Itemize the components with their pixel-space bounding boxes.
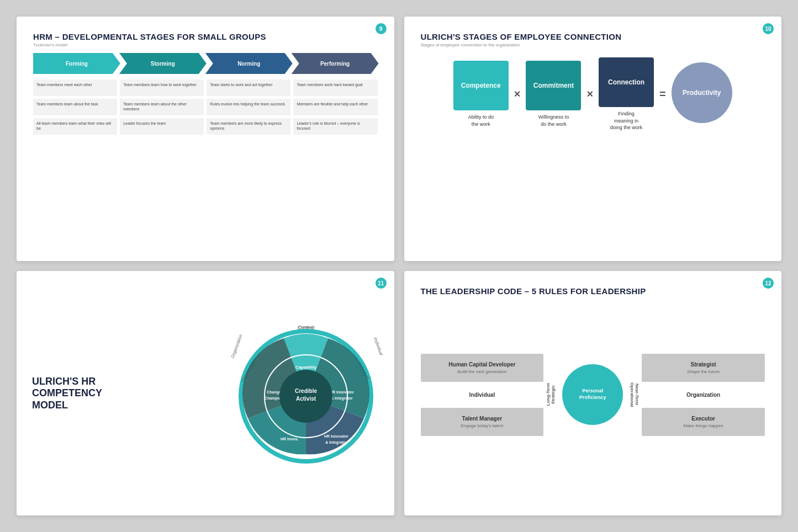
productivity-box: Productivity bbox=[672, 62, 732, 123]
competency-title: ULRICH'S HRCOMPETENCYMODEL bbox=[32, 375, 102, 411]
col-performing: Team members work hard toward goal Membe… bbox=[293, 79, 377, 135]
cell-s1: Team members learn how to work together bbox=[120, 79, 204, 96]
human-capital-label: Human Capital Developer bbox=[427, 361, 537, 368]
talent-manager-box: Talent Manager Engage today's talent bbox=[421, 408, 544, 436]
commitment-label: Willingness todo the work bbox=[538, 114, 569, 127]
svg-text:HR Innovator: HR Innovator bbox=[330, 390, 354, 394]
svg-text:HR Innov.: HR Innov. bbox=[280, 437, 298, 441]
slide-1-title: HRM – DEVELOPMENTAL STAGES FOR SMALL GRO… bbox=[33, 32, 378, 41]
cell-f3: All team members learn what their roles … bbox=[33, 118, 117, 135]
cell-p1: Team members work hard toward goal bbox=[293, 79, 377, 96]
cell-n3: Team members are more likely to express … bbox=[207, 118, 290, 135]
human-capital-sub: Build the next generation bbox=[427, 369, 537, 374]
slide-3-number: 11 bbox=[376, 278, 387, 289]
cell-n2: Rules evolve into helping the team succe… bbox=[207, 99, 290, 115]
talent-manager-sub: Engage today's talent bbox=[427, 423, 537, 428]
connection-box: Connection bbox=[599, 57, 654, 107]
competency-title-block: ULRICH'S HRCOMPETENCYMODEL bbox=[32, 375, 102, 411]
competency-diagram: Context Organization Individual Capabili… bbox=[234, 322, 378, 465]
slide-1: 9 HRM – DEVELOPMENTAL STAGES FOR SMALL G… bbox=[17, 17, 394, 261]
cell-s2: Team members learn about the other membe… bbox=[120, 99, 204, 115]
slide-2-number: 10 bbox=[763, 23, 774, 34]
op-1: × bbox=[514, 88, 521, 100]
stage-norming: Norming bbox=[205, 53, 293, 74]
stage-forming: Forming bbox=[33, 53, 120, 74]
slide-4: 12 THE LEADERSHIP CODE – 5 RULES FOR LEA… bbox=[404, 271, 782, 515]
slide-4-title: THE LEADERSHIP CODE – 5 RULES FOR LEADER… bbox=[421, 286, 765, 296]
right-column: Strategist Shape the future Organization… bbox=[642, 354, 765, 436]
organization-label-text: Organization bbox=[648, 392, 758, 398]
ulrich-equation: Competence Ability to dothe work × Commi… bbox=[421, 57, 765, 131]
competence-label: Ability to dothe work bbox=[468, 114, 494, 127]
slide-1-subtitle: Tuckman's model bbox=[33, 42, 378, 47]
leadership-diagram: Human Capital Developer Build the next g… bbox=[421, 301, 765, 488]
svg-text:HR Innovator: HR Innovator bbox=[324, 434, 348, 438]
personal-proficiency-label: PersonalProficiency bbox=[579, 388, 606, 401]
talent-manager-label: Talent Manager bbox=[427, 416, 537, 422]
executor-label: Executor bbox=[648, 416, 758, 422]
svg-text:Change: Change bbox=[267, 390, 281, 395]
organization-label-box: Organization bbox=[642, 386, 765, 403]
strategist-box: Strategist Shape the future bbox=[642, 354, 765, 382]
slide-2-title: ULRICH'S STAGES OF EMPLOYEE CONNECTION bbox=[421, 32, 765, 41]
individual-label-box: Individual bbox=[421, 386, 544, 403]
svg-text:Capability: Capability bbox=[295, 365, 316, 370]
col-norming: Team starts to work and act together Rul… bbox=[207, 79, 290, 135]
slide-4-number: 12 bbox=[763, 278, 774, 289]
executor-box: Executor Make things happen bbox=[642, 408, 765, 436]
strategic-axis-label: Long-TermStrategic bbox=[546, 383, 556, 406]
cell-p2: Members are flexible and help each other bbox=[293, 99, 377, 115]
context-label: Context bbox=[298, 324, 314, 329]
cell-p3: Leader's role is blurred – everyone is f… bbox=[293, 118, 377, 135]
svg-text:& Integrator: & Integrator bbox=[331, 396, 353, 401]
slide-1-number: 9 bbox=[376, 23, 387, 34]
tuckman-arrows: Forming Storming Norming Performing bbox=[33, 53, 378, 74]
op-3: = bbox=[659, 88, 666, 100]
cell-s3: Leader focuses the team bbox=[120, 118, 204, 135]
commitment-box: Commitment bbox=[526, 61, 581, 110]
slide-3: 11 ULRICH'S HRCOMPETENCYMODEL Context Or… bbox=[17, 271, 394, 515]
personal-proficiency-circle: PersonalProficiency bbox=[562, 364, 623, 425]
strategist-sub: Shape the future bbox=[648, 369, 758, 374]
svg-text:Credible: Credible bbox=[294, 388, 316, 394]
executor-sub: Make things happen bbox=[648, 423, 758, 428]
cell-n1: Team starts to work and act together bbox=[207, 79, 290, 96]
left-column: Human Capital Developer Build the next g… bbox=[421, 354, 544, 436]
connection-label: Findingmeaning indoing the work bbox=[610, 110, 643, 131]
op-2: × bbox=[586, 88, 593, 100]
svg-text:Activist: Activist bbox=[295, 396, 316, 402]
cell-f2: Team members learn about the task bbox=[33, 99, 117, 115]
individual-label-text: Individual bbox=[427, 392, 537, 398]
col-storming: Team members learn how to work together … bbox=[120, 79, 204, 135]
stage-performing: Performing bbox=[292, 53, 379, 74]
operational-axis-label: Near-TermOperational bbox=[630, 382, 640, 407]
competence-box: Competence bbox=[453, 61, 509, 110]
strategist-label: Strategist bbox=[648, 361, 758, 368]
slide-2: 10 ULRICH'S STAGES OF EMPLOYEE CONNECTIO… bbox=[404, 17, 782, 261]
slide-2-subtitle: Stages of employee connection to the org… bbox=[421, 42, 765, 47]
col-forming: Team members meet each other Team member… bbox=[33, 79, 117, 135]
stage-storming: Storming bbox=[119, 53, 207, 74]
tuckman-grid: Team members meet each other Team member… bbox=[33, 79, 378, 135]
human-capital-box: Human Capital Developer Build the next g… bbox=[421, 354, 544, 382]
cell-f1: Team members meet each other bbox=[33, 79, 117, 96]
svg-text:& Integrator: & Integrator bbox=[325, 440, 347, 445]
